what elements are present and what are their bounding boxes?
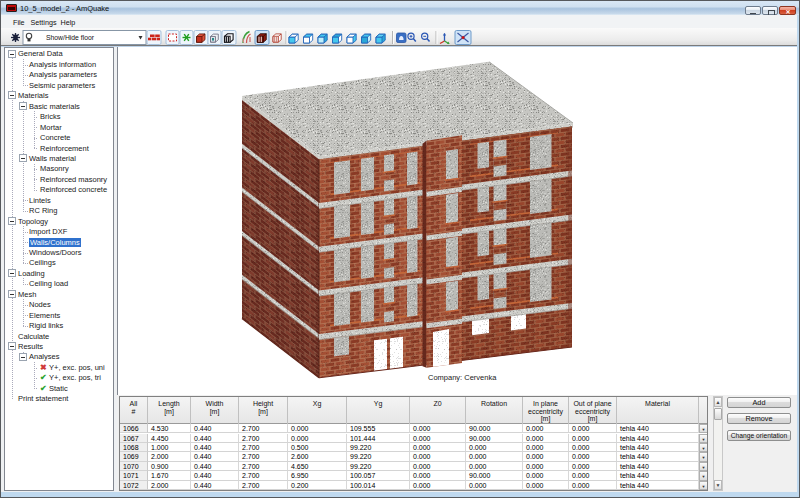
svg-text:Company: Cervenka: Company: Cervenka: [428, 373, 497, 382]
svg-text:Show/Hide floor: Show/Hide floor: [46, 34, 95, 41]
